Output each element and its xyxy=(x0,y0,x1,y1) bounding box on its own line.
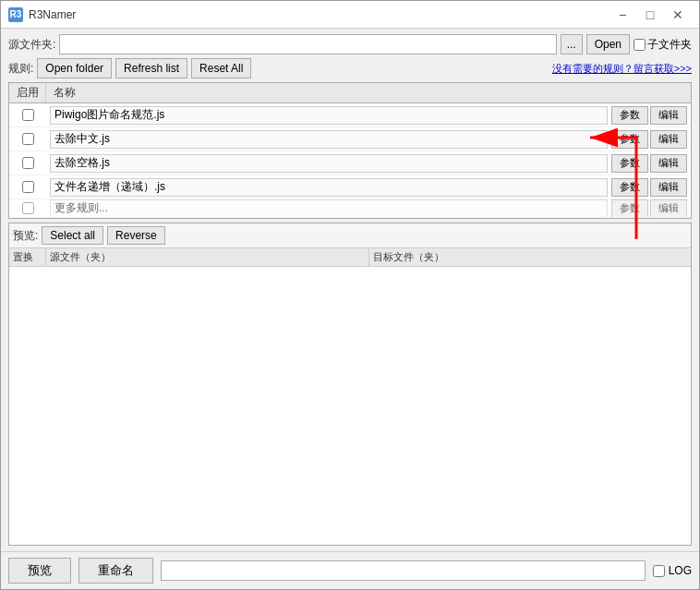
edit-button-3[interactable]: 编辑 xyxy=(650,154,687,173)
source-input[interactable] xyxy=(59,34,556,54)
table-body: 参数 编辑 参数 编辑 xyxy=(9,103,691,218)
row-check-2[interactable] xyxy=(9,133,46,145)
rule-name-input-2[interactable] xyxy=(50,130,608,149)
source-folder-row: 源文件夹: ... Open 子文件夹 xyxy=(8,34,692,54)
title-bar: R3 R3Namer − □ ✕ xyxy=(1,1,699,29)
main-content: 源文件夹: ... Open 子文件夹 规则: Open folder Refr… xyxy=(1,29,699,551)
col-enabled: 启用 xyxy=(9,83,46,102)
col-name: 名称 xyxy=(46,83,691,102)
col-target: 目标文件（夹） xyxy=(369,248,692,266)
table-row: 参数 编辑 xyxy=(9,199,691,218)
browse-button[interactable]: ... xyxy=(561,34,583,54)
maximize-button[interactable]: □ xyxy=(636,4,664,26)
rule-name-3 xyxy=(46,154,611,173)
rule-name-input-4[interactable] xyxy=(50,178,608,197)
preview-body xyxy=(9,267,691,545)
edit-button-2[interactable]: 编辑 xyxy=(650,130,687,149)
bottom-bar: 预览 重命名 LOG xyxy=(1,551,699,589)
table-row: 参数 编辑 xyxy=(9,151,691,175)
rules-row: 规则: Open folder Refresh list Reset All 没… xyxy=(8,58,692,78)
table-row: 参数 编辑 xyxy=(9,175,691,199)
log-row[interactable]: LOG xyxy=(653,564,692,577)
rule-actions-1: 参数 编辑 xyxy=(611,106,691,125)
rules-hint[interactable]: 没有需要的规则？留言获取>>> xyxy=(552,62,692,76)
col-replace: 置换 xyxy=(9,248,46,266)
rule-name-input-5[interactable] xyxy=(50,199,608,218)
rule-checkbox-2[interactable] xyxy=(22,133,34,145)
edit-button-1[interactable]: 编辑 xyxy=(650,106,687,125)
preview-header: 预览: Select all Reverse xyxy=(9,223,691,248)
rule-checkbox-1[interactable] xyxy=(22,109,34,121)
subfolder-checkbox-row[interactable]: 子文件夹 xyxy=(634,37,692,53)
rule-name-5 xyxy=(46,199,611,218)
params-button-5[interactable]: 参数 xyxy=(611,199,648,218)
params-button-1[interactable]: 参数 xyxy=(611,106,648,125)
subfolder-checkbox[interactable] xyxy=(634,39,646,51)
log-checkbox[interactable] xyxy=(653,565,665,577)
rule-checkbox-4[interactable] xyxy=(22,181,34,193)
log-label: LOG xyxy=(669,564,692,577)
row-check-3[interactable] xyxy=(9,157,46,169)
close-button[interactable]: ✕ xyxy=(664,4,692,26)
rule-checkbox-5[interactable] xyxy=(22,202,34,214)
edit-button-4[interactable]: 编辑 xyxy=(650,178,687,197)
rule-actions-5: 参数 编辑 xyxy=(611,199,691,218)
params-button-4[interactable]: 参数 xyxy=(611,178,648,197)
main-window: R3 R3Namer − □ ✕ 源文件夹: ... Open 子文件夹 规则:… xyxy=(0,0,700,590)
rule-checkbox-3[interactable] xyxy=(22,157,34,169)
row-check-5[interactable] xyxy=(9,202,46,214)
table-header: 启用 名称 xyxy=(9,83,691,103)
rule-actions-3: 参数 编辑 xyxy=(611,154,691,173)
row-check-4[interactable] xyxy=(9,181,46,193)
rules-table: 启用 名称 参数 编辑 xyxy=(8,82,692,219)
subfolder-label: 子文件夹 xyxy=(647,37,692,53)
rule-name-input-1[interactable] xyxy=(50,106,608,125)
table-row: 参数 编辑 xyxy=(9,127,691,151)
params-button-2[interactable]: 参数 xyxy=(611,130,648,149)
table-row: 参数 编辑 xyxy=(9,103,691,127)
select-all-button[interactable]: Select all xyxy=(42,226,103,245)
params-button-3[interactable]: 参数 xyxy=(611,154,648,173)
preview-table-header: 置换 源文件（夹） 目标文件（夹） xyxy=(9,248,691,267)
rule-name-input-3[interactable] xyxy=(50,154,608,173)
source-label: 源文件夹: xyxy=(8,37,55,53)
rules-table-wrapper: 启用 名称 参数 编辑 xyxy=(8,82,692,219)
col-source: 源文件（夹） xyxy=(46,248,369,266)
rule-name-1 xyxy=(46,106,611,125)
window-title: R3Namer xyxy=(29,8,609,21)
reverse-button[interactable]: Reverse xyxy=(107,226,165,245)
title-controls: − □ ✕ xyxy=(609,4,692,26)
rule-actions-4: 参数 编辑 xyxy=(611,178,691,197)
status-input[interactable] xyxy=(161,560,646,581)
reset-all-button[interactable]: Reset All xyxy=(191,58,251,78)
rule-name-4 xyxy=(46,178,611,197)
refresh-list-button[interactable]: Refresh list xyxy=(115,58,187,78)
rename-button[interactable]: 重命名 xyxy=(78,558,153,584)
app-icon: R3 xyxy=(8,7,23,22)
preview-section: 预览: Select all Reverse 置换 源文件（夹） 目标文件（夹） xyxy=(8,223,692,546)
open-button[interactable]: Open xyxy=(586,34,630,54)
preview-label: 预览: xyxy=(13,228,38,244)
rule-actions-2: 参数 编辑 xyxy=(611,130,691,149)
open-folder-button[interactable]: Open folder xyxy=(37,58,112,78)
rules-label: 规则: xyxy=(8,61,33,77)
row-check-1[interactable] xyxy=(9,109,46,121)
preview-button[interactable]: 预览 xyxy=(8,558,71,584)
edit-button-5[interactable]: 编辑 xyxy=(650,199,687,218)
minimize-button[interactable]: − xyxy=(609,4,636,26)
rule-name-2 xyxy=(46,130,611,149)
